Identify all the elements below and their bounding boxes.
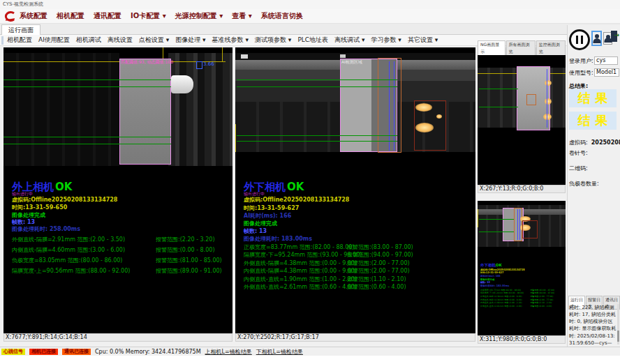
guide-line (478, 209, 478, 227)
comm-connected-badge: 通讯已连接 (62, 349, 91, 355)
tab-strip: 运行画面 (0, 24, 620, 35)
login-user-button[interactable] (591, 31, 602, 46)
menu-light-config[interactable]: 光源控制配置 ▾ (175, 11, 223, 21)
log-scrollbar[interactable] (617, 304, 619, 344)
tool-image-process[interactable]: 图像处理 ▾ (175, 36, 205, 45)
tool-spot-check[interactable]: 点检设置 ▾ (139, 36, 169, 45)
machine-detail (241, 54, 248, 59)
menu-system-config[interactable]: 系统配置 (20, 11, 47, 21)
measure-value: 外侧直线-隔膜=4.38mm 范围:(0.00 - 9.00) (480, 295, 522, 298)
alarm-range: 报警范围:(94.00 - 97.00) (530, 291, 554, 294)
model-label: 使用型号: (569, 69, 593, 77)
tool-plc-address[interactable]: PLC地址表 (297, 36, 328, 45)
machine-background-right (168, 53, 232, 166)
alarm-range: 报警范围:(83.00 - 87.00) (347, 243, 413, 251)
upper-camera-result-link[interactable]: 上相机L=镜检结果 (205, 348, 252, 356)
barcode-line: 虚拟码:Offline20250208133134728 (244, 196, 349, 204)
threshold-overlay-text: 匹配阈值:93, 动态阈值:100 (121, 59, 173, 66)
pixel-coords-lower: X:270;Y:2502;R:17;G:17;B:17 (235, 333, 475, 342)
tool-baseline-params[interactable]: 基准线参数 ▾ (212, 36, 249, 45)
ok-status: OK (287, 181, 304, 193)
tab-monitor-views[interactable]: 监控画面浏览 (536, 40, 566, 55)
measure-value: 外侧直线-隔膜=2.91mm 范围:(2.00 - 3.50) (12, 236, 125, 243)
pause-icon (576, 36, 578, 44)
measure-value: 外侧直线-直线=2.61mm 范围:(0.60 - 4.00) (480, 305, 522, 308)
camera-connected-badge: 相机已连接 (29, 349, 58, 355)
time-line: 时间:13-31-59-650 (12, 204, 67, 211)
lower-camera-result-link[interactable]: 下相机L=镜检结果 (256, 348, 303, 356)
menu-io-config[interactable]: IO卡配置 ▾ (131, 11, 166, 21)
tool-other-setting[interactable]: 其它设置 ▾ (408, 36, 438, 45)
side-panel: → 登录用户: cys 使用型号: Model1 总结果: 结果 结果 虚拟码:… (567, 25, 620, 347)
ai-time-line: AI耗时(ms): 166 (244, 212, 291, 220)
cell-region-outline (119, 59, 171, 165)
process-time-line: 图像处理耗时: 258.00ms (12, 225, 80, 233)
measure-value: 隔膜宽度-上=90.56mm 范围:(88.00 - 92.00) (12, 267, 130, 275)
guide-line (394, 61, 394, 151)
tool-learn-params[interactable]: 学习参数 ▾ (371, 36, 401, 45)
preview-view-top[interactable] (478, 55, 566, 185)
login-user-value[interactable]: cys (594, 56, 618, 65)
heartbeat-badge: 心跳信号 (1, 349, 25, 355)
virtual-code-label: 虚拟码: (569, 139, 588, 146)
glare-spot (415, 103, 432, 112)
alarm-range: 报警范围:(0.60 - 4.00) (347, 283, 406, 291)
guide-line (3, 144, 171, 144)
alarm-range: 报警范围:(2.00 - 77.00) (530, 295, 553, 298)
measure-value: 内侧直线-直线=1.90mm 范围:(1.00 - 2.20) (244, 275, 357, 283)
virtual-code-value: 20250208 (591, 139, 620, 146)
log-scrollbar-thumb[interactable] (617, 331, 619, 342)
tool-test-params[interactable]: 测试项参数 ▾ (255, 36, 291, 45)
model-value[interactable]: Model1 (594, 68, 619, 77)
pause-button[interactable] (569, 29, 590, 50)
ai-detect-box (378, 58, 401, 153)
tab-all-views[interactable]: 所有画面浏览 (506, 40, 536, 55)
tool-ai-use-config[interactable]: AI使用配置 (38, 36, 70, 45)
menu-camera-config[interactable]: 相机配置 (57, 11, 84, 21)
needle-number-label: 卷针号: (569, 149, 588, 157)
camera-view-upper[interactable]: 匹配阈值:93, 动态阈值:100 3.66 外上相机OK 输出进行中 虚拟码:… (3, 47, 232, 333)
guide-line (479, 219, 514, 220)
tool-offline-debug[interactable]: 离线调试 ▾ (334, 36, 364, 45)
pixel-coords-preview-top: X:267;Y:13;R:0;G:0;B:0 (478, 185, 566, 193)
measure-value: 外侧直线-直线=2.61mm 范围:(0.60 - 4.00) (244, 283, 357, 291)
window-bottom-margin (0, 356, 620, 364)
exit-button[interactable]: → (610, 29, 619, 45)
tool-camera-debug[interactable]: 相机调试 (76, 36, 101, 45)
tab-run-screen[interactable]: 运行画面 (1, 24, 40, 36)
pixel-coords-preview-bottom: X:311;Y:980;R:0;G:0;B:0 (478, 335, 566, 344)
result-indicator-1: 结果 (569, 89, 617, 107)
gripper-blob (171, 75, 193, 93)
alarm-range: 报警范围:(94.00 - 97.00) (347, 251, 413, 259)
guide-line (235, 124, 236, 152)
coords-text: X:267;Y:13;R:0;G:0;B:0 (480, 185, 543, 192)
glare-spot (436, 114, 442, 119)
camera-view-lower[interactable]: AI检测区域 外下相机OK 输出进行中 虚拟码:Offline202502081… (235, 47, 475, 333)
measure-value: 内侧直线-隔膜=4.38mm 范围:(0.00 - 9.00) (480, 298, 522, 301)
alarm-range: 报警范围:(2.00 - 77.00) (530, 298, 553, 301)
tool-offline-setting[interactable]: 离线设置 (108, 36, 133, 45)
measure-value: 正极宽度=83.77mm 范围:(82.00 - 88.00) (480, 289, 521, 291)
alarm-range: 报警范围:(2.00 - 77.00) (347, 267, 410, 275)
measure-value: 内侧直线-隔膜=4.38mm 范围:(0.00 - 9.00) (244, 267, 357, 275)
menu-comm-config[interactable]: 通讯配置 (94, 11, 121, 21)
alarm-range: 报警范围:(1.10 - 2.10) (347, 275, 406, 283)
qr-code-label: 二维码: (569, 165, 588, 172)
menu-language-switch[interactable]: 系统语言切换 (261, 11, 303, 21)
alarm-range: 报警范围:(89.00 - 91.00) (156, 267, 222, 275)
ok-status: OK (496, 263, 502, 267)
alarm-range: 报警范围:(81.00 - 85.00) (156, 257, 222, 264)
virtual-code-row: 虚拟码: 20250208 (569, 134, 620, 147)
alarm-range: 报警范围:(2.00 - 77.00) (347, 259, 410, 267)
guide-line (547, 69, 547, 128)
coords-text: X:270;Y:2502;R:17;G:17;B:17 (237, 334, 319, 340)
tab-ng-display[interactable]: NG画面显示 (478, 40, 505, 55)
guide-line (517, 209, 518, 240)
tool-camera-config[interactable]: 相机配置 (7, 36, 32, 45)
menu-view[interactable]: 查看 ▾ (232, 11, 252, 21)
alarm-range: 报警范围:(0.00 - 8.00) (156, 246, 215, 254)
measure-value: 外侧直线-隔膜=4.38mm 范围:(0.00 - 9.00) (244, 259, 357, 267)
machine-detail (340, 54, 346, 58)
preview-view-bottom[interactable]: 外下相机OK 虚拟码:Offline20250208133134728 时间:1… (478, 201, 566, 335)
measure-value: 内侧直线-隔膜=4.60mm 范围:(3.00 - 6.00) (12, 246, 125, 254)
